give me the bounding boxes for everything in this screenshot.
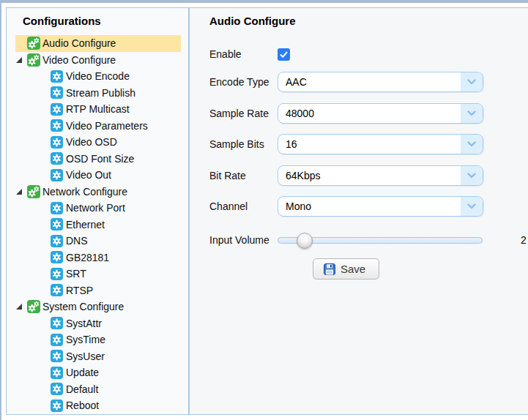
tree-item-stream-publish[interactable]: Stream Publish <box>15 85 181 102</box>
input-volume-slider[interactable] <box>278 237 483 244</box>
enable-checkbox[interactable] <box>278 48 290 61</box>
field-label: Enable <box>209 48 278 60</box>
field-label: Sample Rate <box>209 108 278 119</box>
tree-item-system-configure[interactable]: System Configure <box>15 299 181 315</box>
expander-icon[interactable] <box>15 56 27 64</box>
gear-blue-icon <box>51 251 64 264</box>
select-value: 64Kbps <box>286 170 320 181</box>
tree-item-video-osd[interactable]: Video OSD <box>15 134 181 151</box>
sample-rate-select[interactable]: 48000 <box>278 103 483 124</box>
tree-item-rtp-multicast[interactable]: RTP Multicast <box>15 101 181 118</box>
tree-item-label: Audio Configure <box>42 37 116 50</box>
gear-blue-icon <box>51 333 64 346</box>
expander-icon[interactable] <box>15 303 27 310</box>
tree-item-video-parameters[interactable]: Video Parameters <box>15 118 181 135</box>
expander-spacer <box>15 40 27 47</box>
gears-green-icon <box>27 53 40 67</box>
save-button-label: Save <box>341 263 365 275</box>
page-title: Audio Configure <box>190 8 528 27</box>
tree-item-video-encode[interactable]: Video Encode <box>15 68 181 85</box>
gear-blue-icon <box>51 284 64 297</box>
tree-item-label: RTP Multicast <box>66 102 130 116</box>
gear-blue-icon <box>51 102 64 116</box>
expander-icon[interactable] <box>15 188 27 195</box>
tree-item-network-port[interactable]: Network Port <box>15 200 181 217</box>
channel-select[interactable]: Mono <box>278 196 483 217</box>
window-left-band <box>0 0 1 420</box>
tree-item-label: Video Encode <box>66 70 130 83</box>
tree-item-label: OSD Font Size <box>66 152 134 165</box>
tree-item-ethernet[interactable]: Ethernet <box>15 217 181 233</box>
tree-item-osd-font-size[interactable]: OSD Font Size <box>15 151 181 168</box>
tree-item-update[interactable]: Update <box>15 364 181 381</box>
slider-handle[interactable] <box>297 233 313 249</box>
tree-item-label: Video Configure <box>42 53 116 67</box>
tree-item-srt[interactable]: SRT <box>15 266 181 282</box>
gear-blue-icon <box>51 119 64 132</box>
tree-item-label: Ethernet <box>66 218 105 231</box>
encode-type-row: Encode TypeAAC <box>209 72 528 92</box>
gear-blue-icon <box>51 201 64 214</box>
gear-blue-icon <box>51 86 64 100</box>
field-label: Encode Type <box>209 76 278 88</box>
gears-green-icon <box>27 300 40 313</box>
tree-item-audio-configure[interactable]: Audio Configure <box>15 35 181 52</box>
tree-item-label: Network Configure <box>42 185 127 198</box>
select-value: 48000 <box>286 108 314 119</box>
tree-item-label: Network Port <box>66 201 125 214</box>
tree-item-systime[interactable]: SysTime <box>15 331 181 348</box>
tree-item-reboot[interactable]: Reboot <box>15 397 181 414</box>
chevron-down-icon[interactable] <box>461 72 483 91</box>
sample-bits-row: Sample Bits16 <box>209 134 528 154</box>
slider-value: 2 <box>521 234 527 246</box>
gear-blue-icon <box>51 317 64 330</box>
enable-row: Enable <box>209 44 528 64</box>
tree-item-gb28181[interactable]: GB28181 <box>15 250 181 266</box>
tree-item-default[interactable]: Default <box>15 381 181 398</box>
tree-item-label: Video Parameters <box>66 119 148 132</box>
tree-item-sysuser[interactable]: SysUser <box>15 348 181 365</box>
check-icon <box>279 50 289 59</box>
sidebar-title: Configurations <box>7 8 188 31</box>
encode-type-select[interactable]: AAC <box>278 72 483 92</box>
tree-item-label: Stream Publish <box>66 86 135 100</box>
select-value: 16 <box>286 138 297 150</box>
main-content: Audio Configure EnableEncode TypeAACSamp… <box>189 7 528 415</box>
tree-item-network-configure[interactable]: Network Configure <box>15 184 181 200</box>
tree-item-dns[interactable]: DNS <box>15 233 181 250</box>
bit-rate-select[interactable]: 64Kbps <box>278 165 483 186</box>
tree-item-rtsp[interactable]: RTSP <box>15 282 181 299</box>
bit-rate-row: Bit Rate64Kbps <box>209 165 528 186</box>
tree-item-video-out[interactable]: Video Out <box>15 167 181 184</box>
tree-item-systattr[interactable]: SystAttr <box>15 315 181 332</box>
gears-green-icon <box>27 185 40 198</box>
tree-item-label: DNS <box>66 234 88 247</box>
tree-item-label: Default <box>66 383 98 396</box>
save-button[interactable]: Save <box>313 258 379 280</box>
config-tree: Audio ConfigureVideo ConfigureVideo Enco… <box>7 35 188 414</box>
channel-row: ChannelMono <box>209 196 528 217</box>
chevron-down-icon[interactable] <box>461 166 483 185</box>
chevron-down-icon[interactable] <box>461 104 483 123</box>
sidebar: Configurations Audio ConfigureVideo Conf… <box>6 7 189 415</box>
input-volume-row: Input Volume2 <box>209 230 528 250</box>
tree-item-label: SRT <box>66 267 86 280</box>
tree-item-label: Video OSD <box>66 135 117 149</box>
field-label: Bit Rate <box>209 170 278 181</box>
gear-blue-icon <box>51 234 64 247</box>
field-label: Channel <box>209 200 278 212</box>
sample-rate-row: Sample Rate48000 <box>209 103 528 124</box>
gear-blue-icon <box>51 366 64 379</box>
tree-item-label: Update <box>66 366 99 379</box>
gear-blue-icon <box>51 350 64 363</box>
tree-item-label: RTSP <box>66 284 93 297</box>
chevron-down-icon[interactable] <box>461 197 483 216</box>
sample-bits-select[interactable]: 16 <box>278 134 483 154</box>
field-label: Input Volume <box>209 234 278 246</box>
chevron-down-icon[interactable] <box>461 135 483 154</box>
gear-blue-icon <box>51 399 64 412</box>
save-row: Save <box>209 258 483 280</box>
tree-item-video-configure[interactable]: Video Configure <box>15 52 181 69</box>
save-floppy-icon <box>324 263 335 275</box>
gear-blue-icon <box>51 267 64 280</box>
